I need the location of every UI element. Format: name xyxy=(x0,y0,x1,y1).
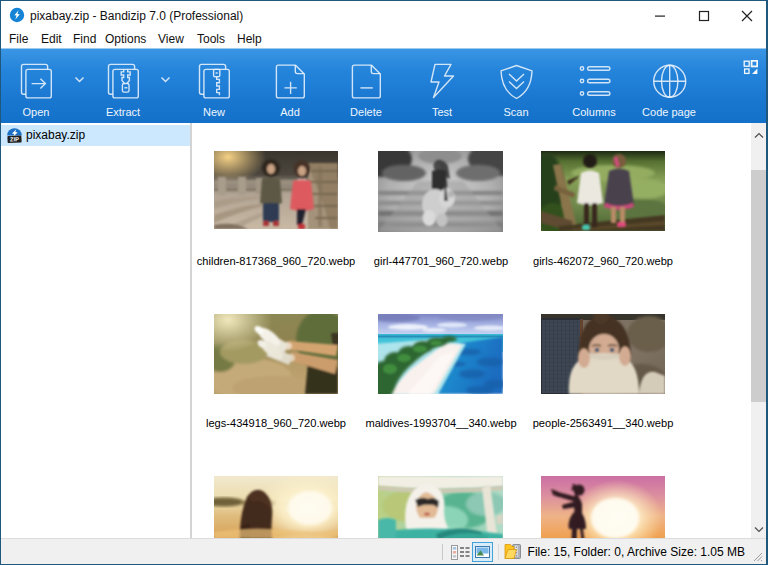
svg-text:ZIP: ZIP xyxy=(10,136,19,142)
